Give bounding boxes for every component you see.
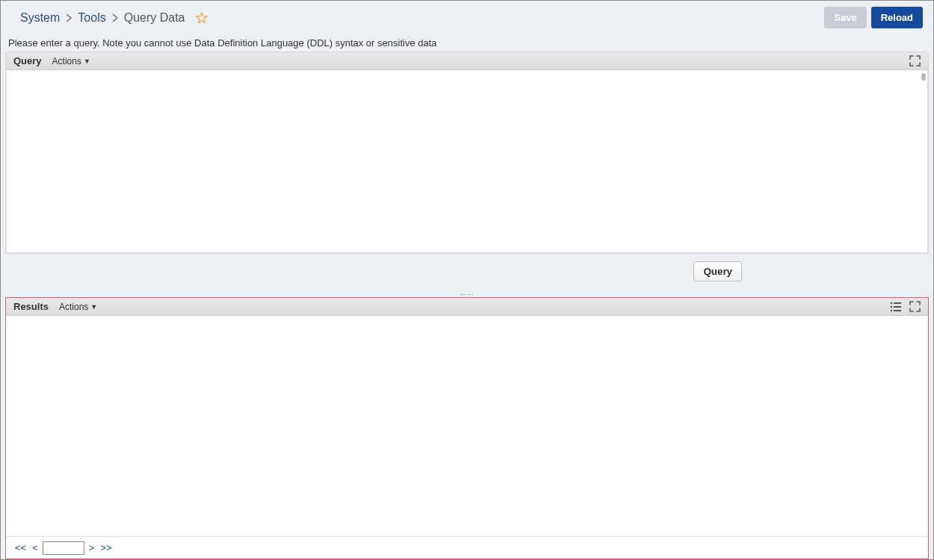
query-panel: Query Actions ▼: [5, 52, 929, 254]
expand-icon[interactable]: [909, 55, 921, 66]
chevron-right-icon: [65, 13, 72, 22]
results-body: [6, 316, 928, 536]
pager-page-input[interactable]: [43, 541, 84, 555]
svg-rect-1: [894, 302, 901, 304]
pager: << < > >>: [6, 536, 928, 559]
topbar: System Tools Query Data Save Reload: [1, 1, 933, 34]
svg-rect-5: [894, 310, 901, 311]
query-textarea-wrap: [6, 70, 928, 253]
pager-last-button[interactable]: >>: [99, 542, 113, 553]
svg-point-0: [891, 302, 893, 304]
query-actions-menu[interactable]: Actions ▼: [52, 56, 90, 66]
save-button[interactable]: Save: [824, 7, 866, 28]
breadcrumb: System Tools Query Data: [20, 11, 208, 25]
breadcrumb-current: Query Data: [124, 11, 185, 25]
svg-point-4: [891, 309, 893, 311]
run-query-button[interactable]: Query: [693, 261, 742, 281]
list-view-icon[interactable]: [890, 302, 902, 312]
actions-label: Actions: [52, 56, 81, 66]
instruction-text: Please enter a query. Note you cannot us…: [1, 34, 933, 52]
results-panel: Results Actions ▼ << < > >>: [5, 297, 929, 559]
results-panel-title: Results: [13, 301, 49, 312]
results-panel-header: Results Actions ▼: [6, 298, 928, 316]
breadcrumb-tools[interactable]: Tools: [78, 11, 105, 25]
query-panel-header: Query Actions ▼: [6, 52, 928, 70]
pager-first-button[interactable]: <<: [13, 542, 28, 553]
chevron-right-icon: [111, 13, 119, 22]
query-textarea[interactable]: [7, 70, 927, 231]
query-actions-row: Query: [5, 254, 929, 289]
svg-rect-3: [894, 306, 901, 308]
panel-splitter[interactable]: ……: [1, 289, 933, 297]
results-actions-menu[interactable]: Actions ▼: [59, 302, 97, 312]
breadcrumb-system[interactable]: System: [20, 11, 60, 25]
reload-button[interactable]: Reload: [871, 7, 923, 28]
query-panel-title: Query: [13, 55, 42, 66]
expand-icon[interactable]: [909, 301, 921, 312]
svg-point-2: [891, 305, 893, 308]
top-buttons: Save Reload: [824, 7, 923, 28]
pager-next-button[interactable]: >: [87, 542, 96, 553]
actions-label: Actions: [59, 302, 88, 312]
pager-prev-button[interactable]: <: [31, 542, 40, 553]
caret-down-icon: ▼: [90, 303, 97, 311]
caret-down-icon: ▼: [84, 57, 90, 65]
favorite-star-icon[interactable]: [195, 11, 208, 25]
